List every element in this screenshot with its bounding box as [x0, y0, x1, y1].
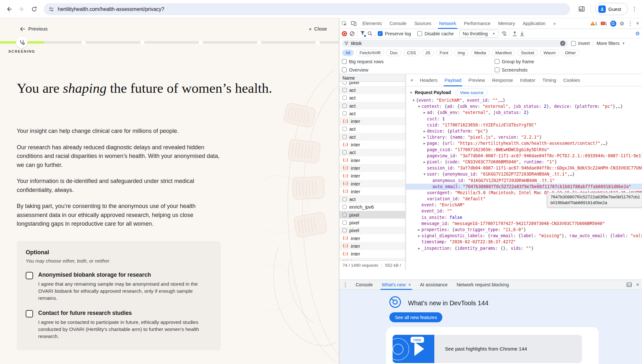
- request-payload-title[interactable]: ▼Request Payload: [409, 90, 451, 95]
- table-row[interactable]: {:}inter: [339, 164, 405, 172]
- payload-line[interactable]: ▶signal_diagnostic_labels: {raw_email: {…: [406, 233, 642, 239]
- invert-checkbox[interactable]: Invert: [571, 41, 590, 46]
- payload-line[interactable]: ▶page: {url: "https://hertilityhealth.co…: [406, 140, 642, 146]
- inspect-element-button[interactable]: [339, 19, 349, 28]
- filter-toggle-button[interactable]: [360, 31, 365, 36]
- triangle-right-icon[interactable]: ▶: [422, 142, 427, 145]
- network-settings-gear-icon[interactable]: ⚙: [635, 30, 640, 37]
- chip-css[interactable]: CSS: [403, 49, 420, 56]
- payload-line[interactable]: ▶device: {platform: "pc"}: [406, 128, 642, 134]
- table-row[interactable]: act: [339, 133, 405, 141]
- table-row[interactable]: {:}inter: [339, 180, 405, 187]
- view-source-button[interactable]: View source: [455, 89, 488, 96]
- chip-manifest[interactable]: Manifest: [492, 49, 515, 56]
- table-row[interactable]: {:}inter: [339, 172, 405, 180]
- table-row[interactable]: act: [339, 94, 405, 102]
- previous-button[interactable]: Previous: [20, 26, 48, 32]
- triangle-right-icon[interactable]: ▶: [422, 111, 427, 114]
- payload-line[interactable]: ▼context: {ad: {sdk_env: "external", jsb…: [406, 103, 642, 109]
- table-row[interactable]: pixel: [339, 82, 405, 86]
- table-row[interactable]: enrich_ipv6: [339, 203, 405, 211]
- detail-tab-preview[interactable]: Preview: [465, 74, 489, 86]
- payload-line[interactable]: auto_email: "7647b308807f0c52722a83f9e7b…: [406, 184, 642, 190]
- detail-tab-initiator[interactable]: Initiator: [516, 74, 539, 86]
- search-button[interactable]: [368, 31, 372, 36]
- payload-line[interactable]: ▶properties: {auto_trigger_type: "11,6-0…: [406, 227, 642, 233]
- tab-application[interactable]: Application: [519, 18, 549, 29]
- see-all-new-features-button[interactable]: See all new features: [389, 312, 442, 322]
- table-row[interactable]: act: [339, 125, 405, 133]
- detail-tab-timing[interactable]: Timing: [539, 74, 560, 86]
- clear-button[interactable]: [350, 31, 355, 36]
- tab-elements[interactable]: Elements: [359, 18, 386, 29]
- warnings-counter[interactable]: 1: [590, 21, 597, 26]
- table-row[interactable]: act: [339, 109, 405, 117]
- table-row[interactable]: pixel: [339, 227, 405, 234]
- payload-line[interactable]: event_id: "": [406, 208, 642, 214]
- settings-gear-icon[interactable]: ⚙: [620, 21, 624, 27]
- drawer-tab-what-s-new[interactable]: What's new×: [377, 280, 415, 290]
- payload-line[interactable]: csct: 1: [406, 116, 642, 122]
- payload-line[interactable]: ▶ad: {sdk_env: "external", jsb_status: 2…: [406, 109, 642, 116]
- table-row[interactable]: {:}inter: [339, 258, 405, 260]
- table-row[interactable]: {:}inter: [339, 187, 405, 195]
- close-tab-icon[interactable]: ×: [408, 282, 411, 287]
- triangle-down-icon[interactable]: ▼: [411, 99, 416, 102]
- triangle-right-icon[interactable]: ▶: [422, 160, 427, 164]
- table-row[interactable]: {:}inter: [339, 156, 405, 164]
- browser-menu-button[interactable]: ⋮: [630, 4, 639, 13]
- close-assessment-button[interactable]: × Close: [309, 26, 327, 32]
- triangle-right-icon[interactable]: ▶: [417, 234, 421, 238]
- chip-other[interactable]: Other: [561, 49, 579, 56]
- payload-line[interactable]: message_id: "messageId-1770071797427-942…: [406, 221, 642, 227]
- table-row[interactable]: pixel: [339, 211, 405, 219]
- tab-sources[interactable]: Sources: [411, 18, 435, 29]
- group-by-frame-checkbox[interactable]: Group by frame: [495, 59, 534, 64]
- device-toolbar-button[interactable]: [349, 19, 359, 28]
- table-row[interactable]: act: [339, 86, 405, 94]
- throttling-select[interactable]: No throttling▼: [459, 30, 498, 38]
- filter-input[interactable]: tiktok ×: [342, 40, 568, 47]
- drawer-tab-network-request-blocking[interactable]: Network request blocking: [452, 280, 513, 290]
- triangle-down-icon[interactable]: ▼: [417, 105, 421, 108]
- payload-line[interactable]: pageview_id: "3af7db04-0087-11f1-ac67-94…: [406, 153, 642, 159]
- drawer-tab-ai-assistance[interactable]: AI assistance: [415, 280, 452, 290]
- chip-doc[interactable]: Doc: [386, 49, 401, 56]
- preserve-log-checkbox[interactable]: ✓Preserve log: [378, 31, 411, 36]
- close-drawer-button[interactable]: ×: [636, 282, 639, 288]
- table-row[interactable]: {:}inter: [339, 242, 405, 250]
- dock-drawer-icon[interactable]: [627, 282, 632, 287]
- detail-tab-response[interactable]: Response: [489, 74, 516, 86]
- payload-line[interactable]: csid: "1770071623650::tV2EFsizElGTbsYrgf…: [406, 122, 642, 128]
- chip-all[interactable]: All: [342, 49, 354, 56]
- close-detail-button[interactable]: ×: [407, 77, 416, 83]
- triangle-right-icon[interactable]: ▶: [422, 129, 427, 133]
- payload-line[interactable]: is_onsite: false: [406, 214, 642, 221]
- triangle-right-icon[interactable]: ▶: [417, 247, 421, 250]
- issues-counter[interactable]: 1: [601, 21, 607, 26]
- devtools-close-button[interactable]: ×: [636, 21, 639, 26]
- triangle-right-icon[interactable]: ▶: [422, 135, 427, 139]
- devtools-menu-button[interactable]: ⋮: [628, 20, 633, 27]
- side-panel-button[interactable]: [577, 4, 586, 13]
- chip-wasm[interactable]: Wasm: [540, 49, 559, 56]
- table-row[interactable]: {:}inter: [339, 141, 405, 148]
- triangle-down-icon[interactable]: ▼: [422, 172, 427, 176]
- chip-socket[interactable]: Socket: [517, 49, 538, 56]
- table-row[interactable]: {:}inter: [339, 234, 405, 242]
- name-column-header[interactable]: Name: [339, 74, 405, 82]
- detail-tab-headers[interactable]: Headers: [416, 74, 441, 86]
- table-row[interactable]: {:}inter: [339, 117, 405, 125]
- consent-checkbox[interactable]: [26, 272, 33, 279]
- reload-button[interactable]: [30, 4, 39, 13]
- chip-img[interactable]: Img: [454, 49, 469, 56]
- tab-console[interactable]: Console: [386, 18, 410, 29]
- payload-line[interactable]: page_csid: "1770071623650::BWEwHDWCEgGi8…: [406, 147, 642, 153]
- payload-line[interactable]: ▼user: {anonymous_id: "01KGG7V1Z02P7Z720…: [406, 171, 642, 177]
- tab-performance[interactable]: Performance: [460, 18, 494, 29]
- chip-font[interactable]: Font: [436, 49, 452, 56]
- chip-js[interactable]: JS: [422, 49, 434, 56]
- forward-button[interactable]: [17, 4, 26, 13]
- payload-line[interactable]: anonymous_id: "01KGG7V1Z02P7Z7203DRAHB9A…: [406, 177, 642, 183]
- address-bar[interactable]: hertilityhealth.com/health-assessment/pr…: [44, 3, 570, 15]
